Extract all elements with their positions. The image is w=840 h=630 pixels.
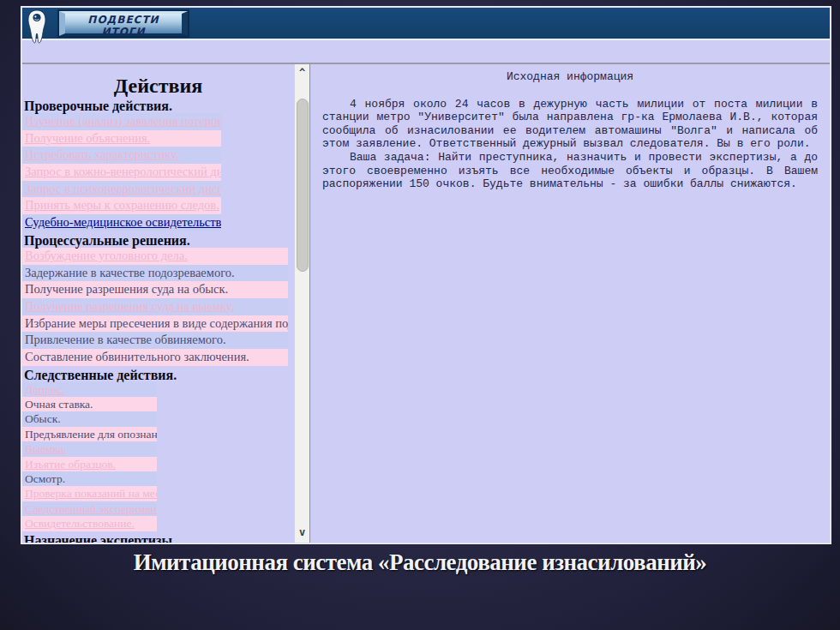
action-item-row: Допрос. [22,382,157,397]
action-item-row: Проверка показаний на месте. [22,486,157,501]
tooth-icon [27,9,47,44]
action-item-row: Запрос в психоневрологический диспансер. [22,181,221,198]
action-link-plain: Предъявление для опознания. [25,428,157,441]
scrollbar-down-arrow-icon[interactable]: v [295,525,309,539]
section-header: Проверочные действия. [24,99,294,113]
action-link-plain: Задержание в качестве подозреваемого. [25,266,235,279]
action-link-plain: Обыск. [25,412,61,425]
action-item-row: Задержание в качестве подозреваемого. [22,265,288,282]
action-link-visited[interactable]: Изъятие образцов. [25,458,116,471]
action-item-row: Привлечение в качестве обвиняемого. [22,332,288,349]
action-item-row: Выемка. [22,441,157,456]
toolbar: ПОДВЕСТИ ИТОГИ [22,8,830,40]
action-link-active[interactable]: Судебно-медицинское освидетельствование. [25,215,221,229]
action-item-row: Получение объяснения. [22,130,221,147]
action-link-visited[interactable]: Истребовать характеристику. [25,147,179,161]
action-link-visited[interactable]: Запрос в психоневрологический диспансер. [25,182,221,195]
frames-container: Действия Проверочные действия.Изучение (… [22,64,830,543]
action-item-row: Составление обвинительного заключения. [22,349,288,366]
action-link-visited[interactable]: Следственный эксперимент. [25,502,157,515]
info-paragraph: Ваша задача: Найти преступника, назначит… [322,151,818,191]
action-link-visited[interactable]: Освидетельствование. [25,517,135,530]
action-link-visited[interactable]: Запрос в кожно-венерологический диспансе… [25,165,221,178]
action-item-row: Предъявление для опознания. [22,427,157,441]
action-item-row: Изъятие образцов. [22,457,157,471]
section-header: Следственные действия. [24,368,294,382]
info-panel-title: Исходная информация [322,70,818,84]
action-link-visited[interactable]: Возбуждение уголовного дела. [25,249,188,262]
action-item-row: Судебно-медицинское освидетельствование. [22,214,221,231]
info-paragraph: 4 ноября около 24 часов в дежурную часть… [322,98,818,151]
action-link-visited[interactable]: Получение разрешения суда на выемку. [25,299,234,313]
action-item-row: Осмотр. [22,471,157,486]
summarize-button[interactable]: ПОДВЕСТИ ИТОГИ [59,11,188,36]
actions-panel-title: Действия [22,75,294,97]
action-link-plain: Получение разрешения суда на обыск. [25,282,228,296]
action-link-visited[interactable]: Изучение (анализ) заявления потерпевшей. [25,114,221,128]
action-link-plain: Очная ставка. [25,398,93,411]
action-item-row: Получение разрешения суда на выемку. [22,298,288,315]
action-link-visited[interactable]: Принять меры к сохранению следов. [25,198,219,212]
action-item-row: Возбуждение уголовного дела. [22,248,288,265]
actions-sections: Проверочные действия.Изучение (анализ) з… [22,99,294,543]
action-link-visited[interactable]: Получение объяснения. [25,131,150,145]
action-item-row: Истребовать характеристику. [22,147,221,164]
action-item-row: Очная ставка. [22,397,157,411]
slide: ПОДВЕСТИ ИТОГИ Действия Проверочные дейс… [0,0,840,630]
action-link-plain: Составление обвинительного заключения. [25,350,249,363]
actions-scrollbar[interactable]: ^ v [294,64,309,543]
toolbar-spacer [22,40,830,64]
action-item-row: Получение разрешения суда на обыск. [22,281,288,298]
info-panel: Исходная информация 4 ноября около 24 ча… [314,64,830,543]
action-item-row: Запрос в кожно-венерологический диспансе… [22,164,221,181]
action-link-plain: Избрание меры пресечения в виде содержан… [25,316,288,330]
section-header: Процессуальные решения. [24,233,294,248]
action-item-row: Избрание меры пресечения в виде содержан… [22,315,288,333]
action-link-visited[interactable]: Проверка показаний на месте. [25,487,157,500]
action-link-visited[interactable]: Допрос. [25,383,64,396]
action-item-row: Освидетельствование. [22,516,157,531]
scrollbar-thumb[interactable] [297,99,309,272]
action-link-plain: Осмотр. [25,472,65,485]
action-item-row: Принять меры к сохранению следов. [22,197,221,214]
action-item-row: Обыск. [22,411,157,426]
action-item-row: Изучение (анализ) заявления потерпевшей. [22,113,221,130]
section-header: Назначение экспертизы [24,533,294,543]
simulation-app-window: ПОДВЕСТИ ИТОГИ Действия Проверочные дейс… [21,7,831,543]
action-link-plain: Привлечение в качестве обвиняемого. [25,333,226,346]
action-item-row: Следственный эксперимент. [22,501,157,516]
slide-caption: Имитационная система «Расследование изна… [0,549,840,576]
action-link-visited[interactable]: Выемка. [25,442,66,455]
actions-panel: Действия Проверочные действия.Изучение (… [22,64,294,543]
scrollbar-up-arrow-icon[interactable]: ^ [295,66,309,80]
